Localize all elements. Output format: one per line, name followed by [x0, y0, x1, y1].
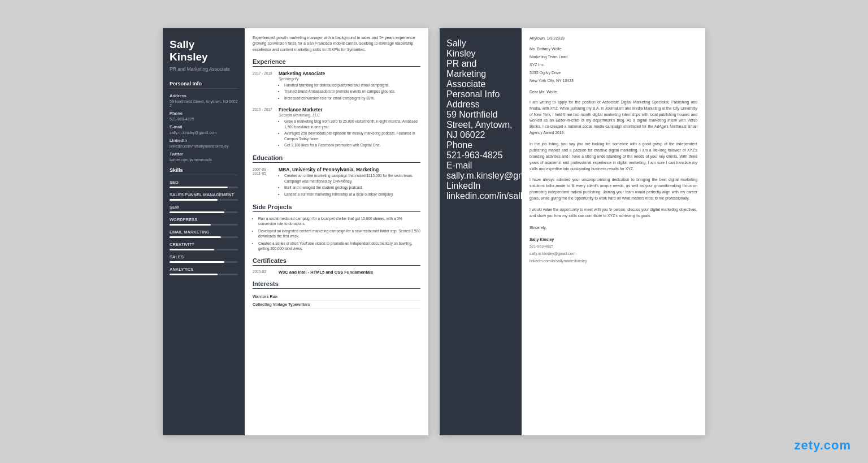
- resume-twitter-value: twitter.com/jaimesecada: [170, 158, 238, 162]
- resume-skills-title: Skills: [170, 167, 238, 175]
- cover-closing: Sincerely,: [530, 224, 697, 231]
- experience-header: Experience: [253, 58, 420, 67]
- skill-bar-fill: [170, 274, 218, 275]
- skill-name: ANALYTICS: [170, 267, 238, 272]
- skill-name: EMAIL MARKETING: [170, 230, 238, 235]
- skill-bar-fill: [170, 199, 218, 201]
- skill-bar-bg: [170, 274, 238, 275]
- job-bullet: Increased conversion rate for email camp…: [284, 96, 396, 101]
- side-project-item: Ran a social media ad campaign for a loc…: [258, 216, 420, 227]
- cover-paragraph: In the job listing, you say you are look…: [530, 141, 697, 172]
- skill-bar-bg: [170, 187, 238, 188]
- skill-bar-fill: [170, 187, 228, 188]
- job-bullet: Averaged 250 downloads per episode for w…: [284, 131, 420, 141]
- edu-container: 2007-09 - 2011-05MBA, University of Penn…: [253, 167, 420, 198]
- cover-sig-name: Sally Kinsley: [530, 236, 697, 243]
- edu-item: 2007-09 - 2011-05MBA, University of Penn…: [253, 167, 420, 198]
- skill-name: SEO: [170, 180, 238, 185]
- skill-bar-bg: [170, 236, 238, 238]
- cover-first-name: Sally: [446, 38, 466, 48]
- skill-bar-fill: [170, 224, 211, 226]
- cover-address-value: 59 Northfield Street, Anytown, NJ 06022: [446, 110, 515, 140]
- cover-address-label: Address: [446, 99, 515, 110]
- skill-item: CREATIVITY: [170, 242, 238, 250]
- skill-bar-bg: [170, 199, 238, 201]
- job-bullet: Got 3,100 likes for a Facebook promotion…: [284, 142, 420, 148]
- resume-phone-value: 521-963-4825: [170, 117, 238, 121]
- skills-container: SEOSALES FUNNEL MANAGEMENTSEMWORDPRESSEM…: [170, 180, 238, 275]
- cover-sig-email: sally.m.kinsley@gmail.com: [530, 251, 697, 257]
- job-bullet: Trained Brand Ambassadors to promote eve…: [284, 89, 396, 94]
- skill-item: EMAIL MARKETING: [170, 230, 238, 238]
- cover-personal-info-title: Personal Info: [446, 89, 515, 99]
- job-title: Marketing Associate: [279, 71, 396, 76]
- edu-title: MBA, University of Pennsylvania, Marketi…: [279, 167, 420, 172]
- resume-summary: Experienced growth marketing manager wit…: [253, 35, 420, 53]
- skill-name: SEM: [170, 205, 238, 210]
- skill-bar-fill: [170, 211, 224, 213]
- cover-main-content: Anytown, 1/30/2019 Ms. Brittany Wolfe Ma…: [522, 28, 705, 435]
- cover-sig-linkedin: linkedin.com/in/sallymarieskinsley: [530, 258, 697, 265]
- job-body: Marketing AssociateSprintegrifyHandled b…: [279, 71, 396, 102]
- cover-last-name: Kinsley: [446, 49, 476, 58]
- resume-twitter-label: Twitter: [170, 152, 238, 157]
- skill-item: SALES: [170, 254, 238, 263]
- resume-linkedin-value: linkedin.com/in/sallymarieskinsley: [170, 144, 238, 148]
- page-container: Sally Kinsley PR and Marketing Associate…: [146, 11, 722, 452]
- cover-name: Sally Kinsley: [446, 38, 515, 59]
- side-project-item: Created a series of short YouTube videos…: [258, 241, 420, 252]
- skill-bar-bg: [170, 211, 238, 213]
- cover-address: 3035 Ogilvy Drive: [530, 70, 697, 76]
- cover-recipient-name: Ms. Brittany Wolfe: [530, 46, 697, 52]
- cover-linkedin-value: linkedin.com/in/sallymarieskinsley: [446, 191, 515, 201]
- resume-card: Sally Kinsley PR and Marketing Associate…: [163, 28, 428, 435]
- edu-bullet: Landed a summer marketing internship at …: [284, 192, 420, 197]
- side-projects-container: Ran a social media ad campaign for a loc…: [253, 216, 420, 252]
- cover-linkedin-label: LinkedIn: [446, 181, 515, 191]
- skill-name: WORDPRESS: [170, 217, 238, 222]
- education-header: Education: [253, 154, 420, 163]
- job-bullets: Handled branding for distributed platfor…: [279, 83, 396, 101]
- resume-phone-label: Phone: [170, 111, 238, 116]
- resume-linkedin-label: LinkedIn: [170, 138, 238, 143]
- skill-item: SALES FUNNEL MANAGEMENT: [170, 192, 238, 201]
- skill-item: SEO: [170, 180, 238, 188]
- resume-sidebar: Sally Kinsley PR and Marketing Associate…: [163, 28, 245, 435]
- cover-paragraph: I am writing to apply for the position o…: [530, 99, 697, 136]
- cert-container: 2015-02W3C and Intel - HTML5 and CSS Fun…: [253, 270, 420, 275]
- interest-item: Collecting Vintage Typewriters: [253, 301, 420, 309]
- job-date: 2016 - 2017: [253, 107, 274, 149]
- cover-sig-phone: 521-963-4825: [530, 244, 697, 250]
- skill-item: ANALYTICS: [170, 267, 238, 275]
- interests-container: Warriors RunCollecting Vintage Typewrite…: [253, 293, 420, 309]
- resume-address-label: Address: [170, 93, 238, 98]
- job-item: 2017 - 2019Marketing AssociateSprintegri…: [253, 71, 420, 102]
- cover-paragraph: I would value the opportunity to meet wi…: [530, 207, 697, 219]
- cover-phone-value: 521-963-4825: [446, 150, 515, 161]
- job-company: Secada Marketing, LLC: [279, 113, 420, 117]
- resume-first-name: Sally: [170, 38, 194, 50]
- cover-card: Sally Kinsley PR and Marketing Associate…: [440, 28, 705, 435]
- cover-company: XYZ Inc.: [530, 62, 697, 68]
- edu-date: 2007-09 - 2011-05: [253, 167, 274, 198]
- skill-item: SEM: [170, 205, 238, 213]
- cert-date: 2015-02: [253, 270, 274, 275]
- skill-bar-fill: [170, 236, 221, 238]
- job-date: 2017 - 2019: [253, 71, 274, 102]
- cert-item: 2015-02W3C and Intel - HTML5 and CSS Fun…: [253, 270, 420, 275]
- cover-paragraph: I have always admired your uncompromisin…: [530, 177, 697, 202]
- resume-address-value: 59 Northfield Street, Anytown, NJ 06022: [170, 99, 238, 107]
- resume-job-title: PR and Marketing Associate: [170, 66, 238, 72]
- skill-name: CREATIVITY: [170, 242, 238, 247]
- resume-email-value: sally.m.kinsley@gmail.com: [170, 131, 238, 135]
- skill-name: SALES FUNNEL MANAGEMENT: [170, 192, 238, 197]
- job-body: Freelance MarketerSecada Marketing, LLCG…: [279, 107, 420, 149]
- cover-email-label: E-mail: [446, 161, 515, 171]
- job-item: 2016 - 2017Freelance MarketerSecada Mark…: [253, 107, 420, 149]
- skill-item: WORDPRESS: [170, 217, 238, 226]
- resume-last-name: Kinsley: [170, 51, 208, 63]
- cover-greeting: Dear Ms. Wolfe:: [530, 89, 697, 95]
- resume-personal-info-title: Personal Info: [170, 81, 238, 89]
- job-bullet: Grew a marketing blog from zero to 25,00…: [284, 119, 420, 129]
- cover-job-title: PR and Marketing Associate: [446, 59, 515, 89]
